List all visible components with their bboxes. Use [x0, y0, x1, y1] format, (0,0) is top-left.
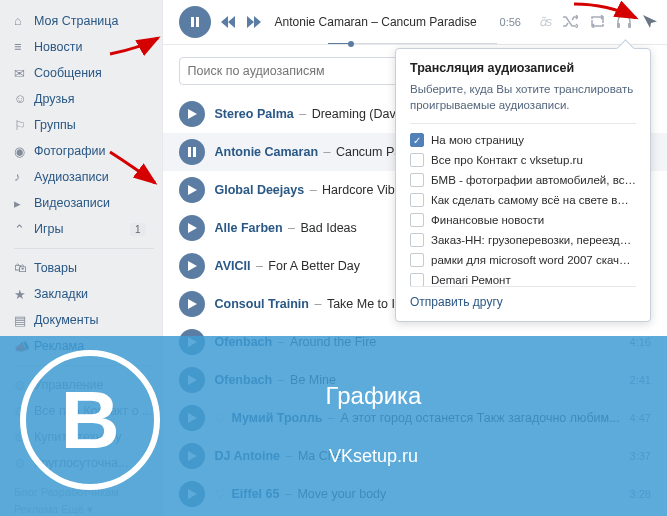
sidebar-footer: Блог Разработчикам Реклама Ещё ▾ [14, 476, 162, 516]
headphones-icon[interactable] [617, 15, 631, 29]
broadcast-option[interactable]: БМВ - фотографии автомобилей, все п... [410, 170, 636, 190]
broadcast-option[interactable]: рамки для microsoft word 2007 скачать [410, 250, 636, 270]
prev-button[interactable] [219, 13, 237, 31]
track-row[interactable]: Ofenbach – Be Mine2:41 [163, 361, 667, 399]
sidebar-item[interactable]: ▤Документы [14, 307, 162, 333]
track-artist[interactable]: Ofenbach [215, 373, 273, 387]
sidebar-item[interactable]: ◉Фотографии [14, 138, 162, 164]
news-icon: ≡ [14, 39, 34, 55]
sidebar-item[interactable]: ⚙Управление [14, 372, 162, 398]
sidebar-item[interactable]: ⚙Круглосуточна... [14, 450, 162, 476]
track-title: For A Better Day [268, 259, 360, 273]
broadcast-option[interactable]: Финансовые новости [410, 210, 636, 230]
option-label: Как сделать самому всё на свете вме... [431, 194, 636, 206]
gear-icon: ⚙ [14, 455, 34, 471]
broadcast-icon[interactable] [643, 15, 657, 29]
photo-icon: ◉ [14, 143, 34, 159]
checkbox[interactable]: ✓ [410, 133, 424, 147]
track-row[interactable]: ♡Eiffel 65 – Move your body3:28 [163, 475, 667, 513]
track-artist[interactable]: Eiffel 65 [232, 487, 280, 501]
track-title: Ma Cheri [298, 449, 349, 463]
sidebar-item[interactable]: ▸Видеозаписи [14, 190, 162, 216]
track-text: DJ Antoine – Ma Cheri [215, 449, 349, 463]
broadcast-option[interactable]: Как сделать самому всё на свете вме... [410, 190, 636, 210]
progress-bar[interactable] [328, 43, 497, 45]
audio-icon: ♪ [14, 169, 34, 185]
sidebar-item-label: Закладки [34, 287, 88, 301]
track-play-button[interactable] [179, 405, 205, 431]
shuffle-icon[interactable] [563, 15, 578, 29]
sidebar-item[interactable]: ♪Аудиозаписи [14, 164, 162, 190]
track-row[interactable]: Ofenbach – Around the Fire4:16 [163, 323, 667, 361]
svg-rect-3 [628, 23, 631, 28]
sidebar-item-label: Купите технику [34, 430, 122, 444]
broadcast-option[interactable]: Demari Ремонт [410, 270, 636, 287]
sidebar-item[interactable]: ⌂Моя Страница [14, 8, 162, 34]
sidebar-item[interactable]: ⚙Купите технику [14, 424, 162, 450]
track-artist[interactable]: AVICII [215, 259, 251, 273]
track-artist[interactable]: Global Deejays [215, 183, 305, 197]
track-artist[interactable]: Consoul Trainin [215, 297, 309, 311]
track-artist[interactable]: DJ Antoine [215, 449, 281, 463]
track-artist[interactable]: Antonie Camaran [215, 145, 319, 159]
sidebar-item[interactable]: ≡Новости [14, 34, 162, 60]
track-play-button[interactable] [179, 139, 205, 165]
svg-rect-0 [191, 17, 194, 27]
track-play-button[interactable] [179, 215, 205, 241]
broadcast-option[interactable]: Все про Контакт с vksetup.ru [410, 150, 636, 170]
heart-icon: ♡ [215, 411, 226, 425]
track-row[interactable]: ♡Мумий Тролль – А этот город останется Т… [163, 399, 667, 437]
track-play-button[interactable] [179, 291, 205, 317]
svg-rect-5 [193, 147, 196, 157]
sidebar-item[interactable]: ⚐Группы [14, 112, 162, 138]
broadcast-option[interactable]: ✓На мою страницу [410, 130, 636, 150]
track-artist[interactable]: Мумий Тролль [232, 411, 323, 425]
track-play-button[interactable] [179, 329, 205, 355]
lastfm-icon[interactable]: ɑ̃s [539, 15, 551, 29]
track-title: Be Mine [290, 373, 336, 387]
track-play-button[interactable] [179, 443, 205, 469]
track-play-button[interactable] [179, 367, 205, 393]
sidebar-item[interactable]: ⌃Игры1 [14, 216, 162, 242]
sidebar-item-label: Товары [34, 261, 77, 275]
checkbox[interactable] [410, 193, 424, 207]
home-icon: ⌂ [14, 13, 34, 29]
sidebar-item[interactable]: ✉Сообщения [14, 60, 162, 86]
sidebar-item[interactable]: 🛍Товары [14, 255, 162, 281]
broadcast-option[interactable]: Заказ-НН: грузоперевозки, переезды, ... [410, 230, 636, 250]
friends-icon: ☺ [14, 91, 34, 107]
sidebar-item[interactable]: ⚙Все про Контакт о ... [14, 398, 162, 424]
option-label: Все про Контакт с vksetup.ru [431, 154, 583, 166]
track-play-button[interactable] [179, 253, 205, 279]
track-artist[interactable]: Ofenbach [215, 335, 273, 349]
broadcast-popup: Трансляция аудиозаписей Выберите, куда В… [395, 48, 651, 322]
send-to-friend-link[interactable]: Отправить другу [410, 287, 503, 309]
next-button[interactable] [245, 13, 263, 31]
popup-options: ✓На мою страницуВсе про Контакт с vksetu… [410, 123, 636, 287]
checkbox[interactable] [410, 273, 424, 287]
repeat-icon[interactable] [590, 15, 605, 29]
track-play-button[interactable] [179, 481, 205, 507]
sidebar-item[interactable]: ☺Друзья [14, 86, 162, 112]
track-text: Antonie Camaran – Cancum Para... [215, 145, 423, 159]
sidebar-item[interactable]: ★Закладки [14, 281, 162, 307]
track-artist[interactable]: Stereo Palma [215, 107, 294, 121]
track-play-button[interactable] [179, 177, 205, 203]
checkbox[interactable] [410, 173, 424, 187]
games-icon: ⌃ [14, 221, 34, 237]
sidebar-item-label: Круглосуточна... [34, 456, 129, 470]
badge: 1 [130, 223, 146, 236]
track-row[interactable]: DJ Antoine – Ma Cheri3:37 [163, 437, 667, 475]
checkbox[interactable] [410, 153, 424, 167]
track-artist[interactable]: Alle Farben [215, 221, 283, 235]
sidebar-item[interactable]: 📣Реклама [14, 333, 162, 359]
checkbox[interactable] [410, 213, 424, 227]
play-pause-button[interactable] [179, 6, 211, 38]
checkbox[interactable] [410, 233, 424, 247]
track-text: Consoul Trainin – Take Me to Infin... [215, 297, 426, 311]
track-text: Global Deejays – Hardcore Vibes [215, 183, 408, 197]
groups-icon: ⚐ [14, 117, 34, 133]
track-play-button[interactable] [179, 101, 205, 127]
player-bar: Antonie Camaran – Cancum Paradise 0:56 ɑ… [163, 0, 667, 45]
checkbox[interactable] [410, 253, 424, 267]
